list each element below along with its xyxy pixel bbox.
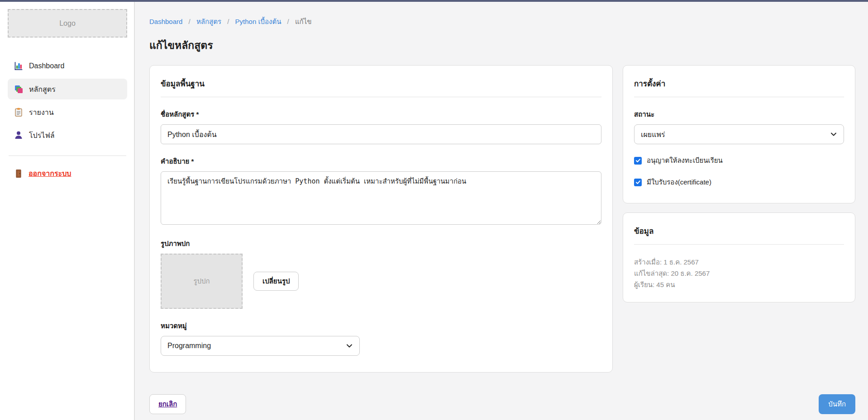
sidebar-item-label: รายงาน (29, 107, 54, 118)
breadcrumb-separator: / (287, 18, 289, 25)
settings-card: การตั้งค่า สถานะ เผยแพร่ อนุญาตให้ลงทะเบ… (623, 65, 855, 203)
cancel-button-label: ยกเลิก (158, 400, 177, 408)
logout-link[interactable]: ออกจากระบบ (8, 168, 127, 179)
logo-text: Logo (59, 19, 76, 28)
chevron-down-icon (346, 342, 353, 349)
basic-info-card-title: ข้อมูลพื้นฐาน (161, 77, 601, 97)
sidebar: Logo Dashboard หลักสูตร รายงาน (0, 2, 135, 420)
course-name-input[interactable] (161, 124, 601, 144)
logo-placeholder: Logo (8, 9, 127, 38)
profile-icon (14, 131, 23, 140)
change-image-button[interactable]: เปลี่ยนรูป (253, 272, 299, 291)
breadcrumb-current: แก้ไข (295, 18, 312, 25)
info-card-title: ข้อมูล (634, 225, 844, 245)
status-select-value: เผยแพร่ (641, 129, 665, 140)
sidebar-item-courses[interactable]: หลักสูตร (8, 79, 127, 99)
course-name-label: ชื่อหลักสูตร * (161, 109, 601, 120)
description-label: คำอธิบาย * (161, 156, 601, 167)
right-column: การตั้งค่า สถานะ เผยแพร่ อนุญาตให้ลงทะเบ… (623, 65, 855, 302)
courses-icon (14, 85, 23, 94)
cover-image-placeholder: รูปปก (161, 254, 243, 309)
save-button[interactable]: บันทึก (819, 394, 855, 414)
breadcrumb-link-dashboard[interactable]: Dashboard (149, 18, 182, 25)
door-icon (14, 169, 23, 178)
page-title: แก้ไขหลักสูตร (149, 37, 855, 53)
sidebar-item-label: โปรไฟล์ (29, 130, 55, 141)
breadcrumb-link-courses[interactable]: หลักสูตร (196, 18, 221, 25)
category-field-group: หมวดหมู่ Programming (161, 321, 601, 356)
breadcrumb-separator: / (227, 18, 229, 25)
description-textarea[interactable]: เรียนรู้พื้นฐานการเขียนโปรแกรมด้วยภาษา P… (161, 171, 601, 225)
cancel-button[interactable]: ยกเลิก (149, 394, 186, 414)
basic-info-card: ข้อมูลพื้นฐาน ชื่อหลักสูตร * คำอธิบาย * … (149, 65, 613, 373)
category-label: หมวดหมู่ (161, 321, 601, 331)
cover-row: รูปปก เปลี่ยนรูป (161, 254, 601, 309)
sidebar-item-dashboard[interactable]: Dashboard (8, 56, 127, 76)
settings-card-title: การตั้งค่า (634, 77, 844, 97)
sidebar-item-profile[interactable]: โปรไฟล์ (8, 125, 127, 146)
checkbox-checked-icon[interactable] (634, 157, 642, 165)
category-select[interactable]: Programming (161, 336, 360, 356)
sidebar-divider (9, 156, 126, 156)
info-created-line: สร้างเมื่อ: 1 ธ.ค. 2567 (634, 256, 844, 268)
course-name-field-group: ชื่อหลักสูตร * (161, 109, 601, 144)
status-select[interactable]: เผยแพร่ (634, 124, 844, 144)
certificate-checkbox-row[interactable]: มีใบรับรอง(certificate) (634, 177, 844, 188)
breadcrumb-separator: / (189, 18, 191, 25)
status-label: สถานะ (634, 109, 844, 120)
cover-label: รูปภาพปก (161, 238, 601, 249)
main-content: Dashboard / หลักสูตร / Python เบื้องต้น … (135, 2, 868, 420)
breadcrumb-link-course[interactable]: Python เบื้องต้น (235, 18, 281, 25)
checkbox-checked-icon[interactable] (634, 179, 642, 186)
info-students-line: ผู้เรียน: 45 คน (634, 279, 844, 290)
info-card: ข้อมูล สร้างเมื่อ: 1 ธ.ค. 2567 แก้ไขล่าส… (623, 212, 855, 302)
info-updated-line: แก้ไขล่าสุด: 20 ธ.ค. 2567 (634, 268, 844, 279)
sidebar-nav: Dashboard หลักสูตร รายงาน โปรไฟล์ (8, 56, 127, 146)
allow-enrollment-label: อนุญาตให้ลงทะเบียนเรียน (647, 155, 723, 166)
chevron-down-icon (830, 131, 837, 138)
logout-label: ออกจากระบบ (29, 168, 71, 179)
reports-icon (14, 108, 23, 117)
app-root: Logo Dashboard หลักสูตร รายงาน (0, 2, 868, 420)
form-footer: ยกเลิก บันทึก (149, 394, 855, 414)
allow-enrollment-checkbox-row[interactable]: อนุญาตให้ลงทะเบียนเรียน (634, 155, 844, 166)
sidebar-item-label: หลักสูตร (29, 84, 56, 95)
category-select-value: Programming (167, 342, 211, 350)
content-row: ข้อมูลพื้นฐาน ชื่อหลักสูตร * คำอธิบาย * … (149, 65, 855, 373)
description-field-group: คำอธิบาย * เรียนรู้พื้นฐานการเขียนโปรแกร… (161, 156, 601, 227)
cover-placeholder-text: รูปปก (193, 276, 210, 287)
breadcrumb: Dashboard / หลักสูตร / Python เบื้องต้น … (149, 16, 855, 27)
dashboard-icon (14, 61, 23, 71)
certificate-label: มีใบรับรอง(certificate) (647, 177, 711, 188)
sidebar-item-reports[interactable]: รายงาน (8, 102, 127, 123)
cover-field-group: รูปภาพปก รูปปก เปลี่ยนรูป (161, 238, 601, 309)
sidebar-item-label: Dashboard (29, 62, 64, 70)
